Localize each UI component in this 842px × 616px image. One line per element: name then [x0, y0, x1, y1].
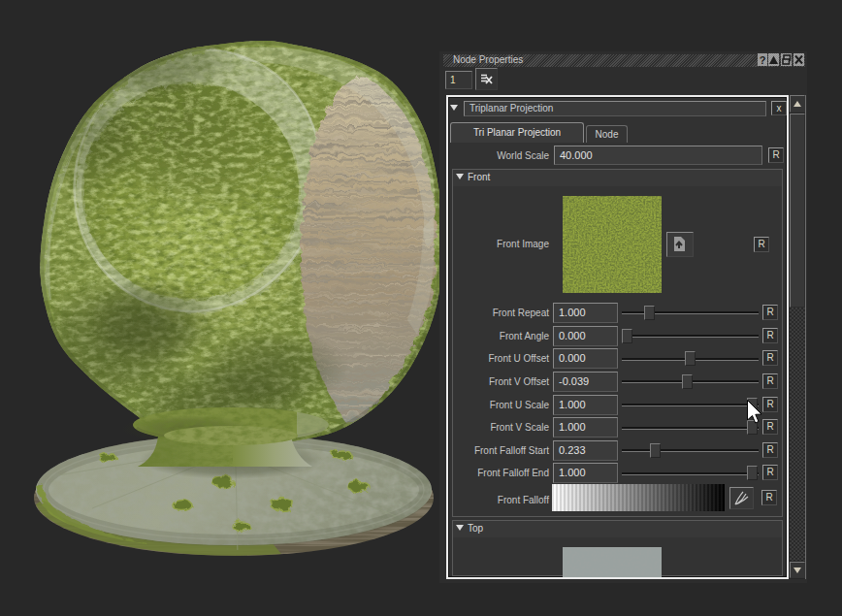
- svg-text:?: ?: [760, 54, 766, 66]
